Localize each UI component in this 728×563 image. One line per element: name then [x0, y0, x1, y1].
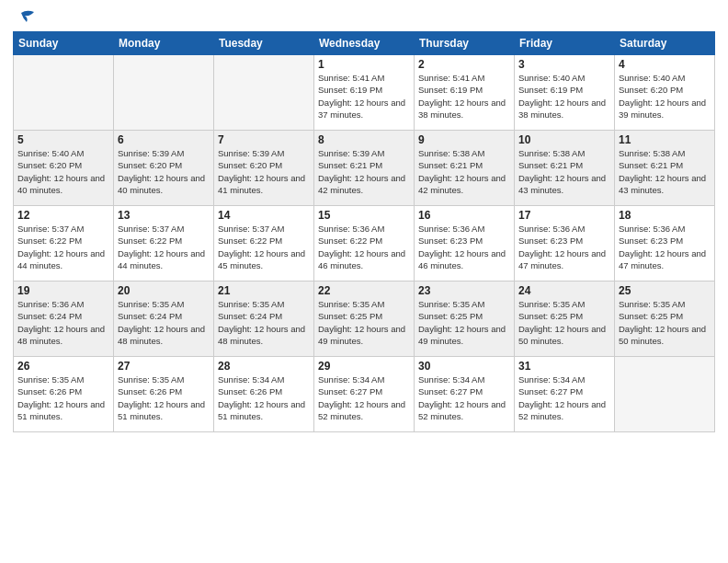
day-number: 15 — [318, 209, 410, 222]
calendar-cell: 28Sunrise: 5:34 AMSunset: 6:26 PMDayligh… — [214, 357, 314, 432]
day-number: 21 — [218, 284, 310, 297]
day-number: 31 — [518, 360, 610, 373]
calendar-cell: 8Sunrise: 5:39 AMSunset: 6:21 PMDaylight… — [314, 131, 415, 206]
day-info: Sunrise: 5:36 AMSunset: 6:22 PMDaylight:… — [318, 223, 410, 271]
day-info: Sunrise: 5:38 AMSunset: 6:21 PMDaylight:… — [418, 147, 510, 196]
day-info: Sunrise: 5:35 AMSunset: 6:25 PMDaylight:… — [318, 298, 410, 347]
day-number: 5 — [17, 133, 109, 146]
header — [13, 11, 715, 24]
calendar-cell: 25Sunrise: 5:35 AMSunset: 6:25 PMDayligh… — [615, 282, 715, 357]
day-number: 28 — [218, 360, 310, 373]
calendar-cell: 26Sunrise: 5:35 AMSunset: 6:26 PMDayligh… — [14, 357, 114, 432]
day-number: 11 — [619, 133, 711, 146]
calendar-cell: 18Sunrise: 5:36 AMSunset: 6:23 PMDayligh… — [615, 206, 715, 282]
calendar-header-tuesday: Tuesday — [214, 32, 314, 55]
day-info: Sunrise: 5:37 AMSunset: 6:22 PMDaylight:… — [218, 223, 310, 271]
day-info: Sunrise: 5:36 AMSunset: 6:23 PMDaylight:… — [518, 223, 610, 271]
day-number: 10 — [518, 133, 610, 146]
calendar-cell — [14, 55, 114, 131]
calendar-week-row: 12Sunrise: 5:37 AMSunset: 6:22 PMDayligh… — [14, 206, 715, 282]
calendar-cell: 29Sunrise: 5:34 AMSunset: 6:27 PMDayligh… — [314, 357, 415, 432]
calendar-week-row: 19Sunrise: 5:36 AMSunset: 6:24 PMDayligh… — [14, 282, 715, 357]
calendar-header-saturday: Saturday — [615, 32, 715, 55]
day-number: 18 — [619, 209, 711, 222]
day-number: 19 — [17, 284, 109, 297]
day-number: 23 — [418, 284, 510, 297]
calendar-header-row: SundayMondayTuesdayWednesdayThursdayFrid… — [14, 32, 715, 55]
logo — [13, 11, 36, 24]
day-info: Sunrise: 5:34 AMSunset: 6:27 PMDaylight:… — [518, 373, 610, 422]
day-info: Sunrise: 5:40 AMSunset: 6:19 PMDaylight:… — [518, 72, 610, 121]
day-number: 27 — [118, 360, 210, 373]
calendar-cell: 12Sunrise: 5:37 AMSunset: 6:22 PMDayligh… — [14, 206, 114, 282]
day-info: Sunrise: 5:35 AMSunset: 6:25 PMDaylight:… — [418, 298, 510, 347]
day-info: Sunrise: 5:35 AMSunset: 6:26 PMDaylight:… — [17, 373, 109, 422]
day-number: 12 — [17, 209, 109, 222]
day-number: 26 — [17, 360, 109, 373]
calendar-header-friday: Friday — [515, 32, 615, 55]
calendar-cell: 24Sunrise: 5:35 AMSunset: 6:25 PMDayligh… — [515, 282, 615, 357]
day-info: Sunrise: 5:39 AMSunset: 6:20 PMDaylight:… — [118, 147, 210, 196]
calendar-cell: 1Sunrise: 5:41 AMSunset: 6:19 PMDaylight… — [314, 55, 415, 131]
calendar-cell: 7Sunrise: 5:39 AMSunset: 6:20 PMDaylight… — [214, 131, 314, 206]
calendar-cell: 27Sunrise: 5:35 AMSunset: 6:26 PMDayligh… — [114, 357, 214, 432]
day-info: Sunrise: 5:38 AMSunset: 6:21 PMDaylight:… — [619, 147, 711, 196]
day-info: Sunrise: 5:39 AMSunset: 6:20 PMDaylight:… — [218, 147, 310, 196]
day-info: Sunrise: 5:34 AMSunset: 6:26 PMDaylight:… — [218, 373, 310, 422]
day-number: 8 — [318, 133, 410, 146]
day-number: 14 — [218, 209, 310, 222]
day-number: 16 — [418, 209, 510, 222]
day-info: Sunrise: 5:36 AMSunset: 6:23 PMDaylight:… — [619, 223, 711, 271]
calendar-header-thursday: Thursday — [415, 32, 515, 55]
calendar-header-monday: Monday — [114, 32, 214, 55]
page-container: SundayMondayTuesdayWednesdayThursdayFrid… — [0, 0, 728, 563]
day-number: 25 — [619, 284, 711, 297]
calendar-week-row: 5Sunrise: 5:40 AMSunset: 6:20 PMDaylight… — [14, 131, 715, 206]
calendar-cell: 31Sunrise: 5:34 AMSunset: 6:27 PMDayligh… — [515, 357, 615, 432]
calendar-cell: 19Sunrise: 5:36 AMSunset: 6:24 PMDayligh… — [14, 282, 114, 357]
day-info: Sunrise: 5:37 AMSunset: 6:22 PMDaylight:… — [118, 223, 210, 271]
calendar-header-sunday: Sunday — [14, 32, 114, 55]
calendar-cell: 14Sunrise: 5:37 AMSunset: 6:22 PMDayligh… — [214, 206, 314, 282]
day-number: 17 — [518, 209, 610, 222]
day-number: 30 — [418, 360, 510, 373]
calendar-table: SundayMondayTuesdayWednesdayThursdayFrid… — [13, 31, 715, 432]
calendar-cell: 16Sunrise: 5:36 AMSunset: 6:23 PMDayligh… — [415, 206, 515, 282]
calendar-cell: 21Sunrise: 5:35 AMSunset: 6:24 PMDayligh… — [214, 282, 314, 357]
day-info: Sunrise: 5:39 AMSunset: 6:21 PMDaylight:… — [318, 147, 410, 196]
day-number: 2 — [418, 58, 510, 71]
day-number: 1 — [318, 58, 410, 71]
day-info: Sunrise: 5:40 AMSunset: 6:20 PMDaylight:… — [619, 72, 711, 121]
day-number: 6 — [118, 133, 210, 146]
calendar-cell: 9Sunrise: 5:38 AMSunset: 6:21 PMDaylight… — [415, 131, 515, 206]
day-info: Sunrise: 5:34 AMSunset: 6:27 PMDaylight:… — [318, 373, 410, 422]
calendar-cell: 4Sunrise: 5:40 AMSunset: 6:20 PMDaylight… — [615, 55, 715, 131]
day-info: Sunrise: 5:34 AMSunset: 6:27 PMDaylight:… — [418, 373, 510, 422]
day-number: 29 — [318, 360, 410, 373]
day-info: Sunrise: 5:36 AMSunset: 6:23 PMDaylight:… — [418, 223, 510, 271]
day-number: 4 — [619, 58, 711, 71]
calendar-cell: 10Sunrise: 5:38 AMSunset: 6:21 PMDayligh… — [515, 131, 615, 206]
calendar-cell: 15Sunrise: 5:36 AMSunset: 6:22 PMDayligh… — [314, 206, 415, 282]
day-number: 9 — [418, 133, 510, 146]
day-info: Sunrise: 5:38 AMSunset: 6:21 PMDaylight:… — [518, 147, 610, 196]
calendar-cell: 11Sunrise: 5:38 AMSunset: 6:21 PMDayligh… — [615, 131, 715, 206]
calendar-cell: 3Sunrise: 5:40 AMSunset: 6:19 PMDaylight… — [515, 55, 615, 131]
calendar-cell — [214, 55, 314, 131]
calendar-cell: 30Sunrise: 5:34 AMSunset: 6:27 PMDayligh… — [415, 357, 515, 432]
day-info: Sunrise: 5:37 AMSunset: 6:22 PMDaylight:… — [17, 223, 109, 271]
calendar-cell: 17Sunrise: 5:36 AMSunset: 6:23 PMDayligh… — [515, 206, 615, 282]
day-number: 7 — [218, 133, 310, 146]
day-info: Sunrise: 5:41 AMSunset: 6:19 PMDaylight:… — [418, 72, 510, 121]
calendar-header-wednesday: Wednesday — [314, 32, 415, 55]
day-info: Sunrise: 5:35 AMSunset: 6:24 PMDaylight:… — [218, 298, 310, 347]
day-info: Sunrise: 5:36 AMSunset: 6:24 PMDaylight:… — [17, 298, 109, 347]
day-number: 24 — [518, 284, 610, 297]
calendar-cell: 13Sunrise: 5:37 AMSunset: 6:22 PMDayligh… — [114, 206, 214, 282]
calendar-cell: 22Sunrise: 5:35 AMSunset: 6:25 PMDayligh… — [314, 282, 415, 357]
calendar-cell: 23Sunrise: 5:35 AMSunset: 6:25 PMDayligh… — [415, 282, 515, 357]
day-number: 20 — [118, 284, 210, 297]
day-info: Sunrise: 5:41 AMSunset: 6:19 PMDaylight:… — [318, 72, 410, 121]
day-number: 13 — [118, 209, 210, 222]
day-info: Sunrise: 5:35 AMSunset: 6:26 PMDaylight:… — [118, 373, 210, 422]
